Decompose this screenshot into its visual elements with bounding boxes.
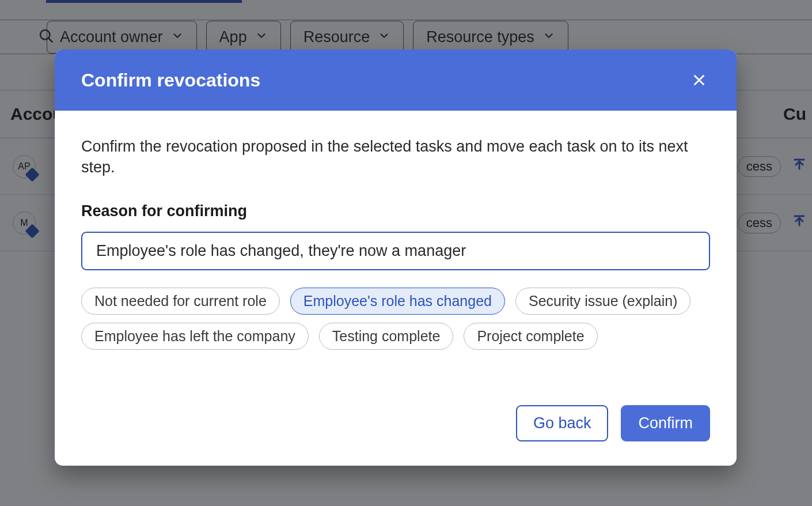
page-root: Account owner App Resource Resource type… bbox=[0, 0, 812, 506]
reason-chip[interactable]: Project complete bbox=[464, 323, 597, 350]
reason-chip[interactable]: Testing complete bbox=[319, 323, 454, 350]
reason-label: Reason for confirming bbox=[81, 202, 710, 220]
reason-chips: Not needed for current roleEmployee's ro… bbox=[81, 288, 710, 350]
reason-chip[interactable]: Employee's role has changed bbox=[290, 288, 505, 315]
go-back-button[interactable]: Go back bbox=[516, 405, 609, 441]
modal-header: Confirm revocations bbox=[55, 50, 737, 111]
confirm-revocations-modal: Confirm revocations Confirm the revocati… bbox=[55, 50, 737, 466]
modal-body: Confirm the revocation proposed in the s… bbox=[55, 111, 737, 357]
reason-chip[interactable]: Employee has left the company bbox=[81, 323, 309, 350]
reason-chip[interactable]: Security issue (explain) bbox=[515, 288, 690, 315]
confirm-button[interactable]: Confirm bbox=[621, 405, 710, 441]
modal-footer: Go back Confirm bbox=[55, 357, 737, 466]
close-button[interactable] bbox=[688, 69, 710, 91]
reason-chip[interactable]: Not needed for current role bbox=[81, 288, 280, 315]
reason-input[interactable] bbox=[81, 232, 710, 270]
close-icon bbox=[692, 73, 707, 88]
modal-description: Confirm the revocation proposed in the s… bbox=[81, 136, 710, 178]
modal-title: Confirm revocations bbox=[81, 70, 260, 91]
